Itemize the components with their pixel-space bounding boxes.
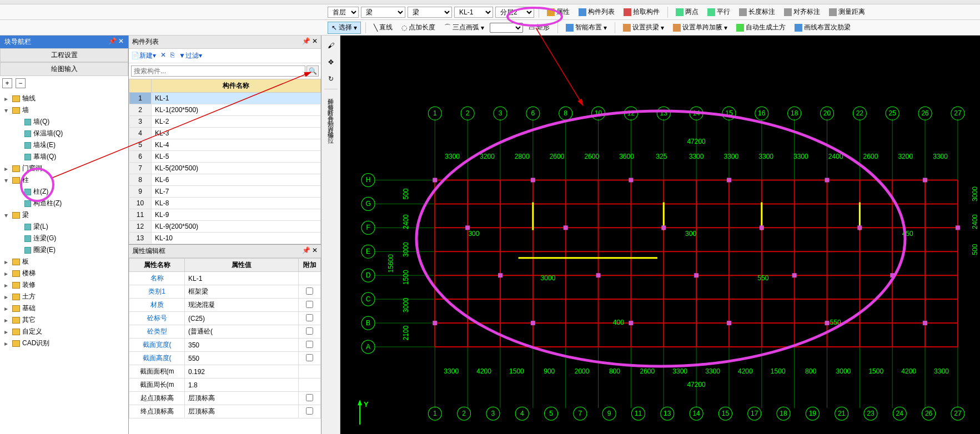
property-row[interactable]: 起点顶标高层顶标高: [129, 392, 321, 405]
tree-item[interactable]: ▸CAD识别: [2, 337, 126, 349]
svg-text:2400: 2400: [828, 153, 843, 160]
table-row[interactable]: 7KL-5(200*500): [129, 163, 321, 174]
tree-item[interactable]: ▾柱: [2, 174, 126, 186]
align-tool[interactable]: 对齐: [326, 120, 335, 123]
property-row[interactable]: 截面周长(m1.8: [129, 379, 321, 392]
svg-rect-153: [629, 321, 633, 325]
tree-item[interactable]: 构造柱(Z): [2, 198, 126, 209]
tree-item[interactable]: ▸基础: [2, 302, 126, 314]
tree-item[interactable]: 梁(L): [2, 221, 126, 233]
tree-item[interactable]: ▸板: [2, 256, 126, 268]
category-select-1[interactable]: 梁: [361, 7, 405, 18]
tree-item[interactable]: 圈梁(E): [2, 244, 126, 256]
property-row[interactable]: 名称KL-1: [129, 272, 321, 285]
tree-item[interactable]: ▸土方: [2, 291, 126, 302]
nav-section-project[interactable]: 工程设置: [0, 48, 128, 62]
layer-select[interactable]: 分层2: [495, 7, 534, 18]
stretch-tool[interactable]: 拉: [326, 132, 335, 134]
table-row[interactable]: 1KL-1: [129, 93, 321, 104]
table-row[interactable]: 3KL-2: [129, 116, 321, 128]
offset-tool[interactable]: 偏移: [326, 126, 335, 128]
align-dim-button[interactable]: 对齐标注: [781, 6, 823, 18]
rotate-tool[interactable]: ↻: [324, 72, 338, 85]
tree-item[interactable]: 墙垛(E): [2, 139, 126, 151]
table-row[interactable]: 2KL-1(200*500): [129, 104, 321, 116]
property-row[interactable]: 截面高度(550: [129, 352, 321, 365]
copy-button[interactable]: ⎘: [170, 51, 174, 60]
collapse-button[interactable]: +: [2, 78, 12, 88]
tree-item[interactable]: ▸轴线: [2, 93, 126, 104]
property-row[interactable]: 截面宽度(350: [129, 339, 321, 352]
delete-button[interactable]: ✕: [160, 51, 166, 60]
tree-item[interactable]: ▾梁: [2, 209, 126, 221]
point-length-button[interactable]: ◌点加长度: [398, 22, 439, 34]
table-row[interactable]: 5KL-4: [129, 139, 321, 151]
tree-item[interactable]: ▸楼梯: [2, 268, 126, 279]
length-dim-button[interactable]: 长度标注: [736, 6, 778, 18]
category-select-2[interactable]: 梁: [408, 7, 452, 18]
pick-component-button[interactable]: 拾取构件: [620, 6, 663, 18]
tree-item[interactable]: 幕墙(Q): [2, 151, 126, 163]
property-row[interactable]: 砼标号(C25): [129, 312, 321, 325]
expand-icon: ▾: [4, 211, 10, 219]
parallel-button[interactable]: 平行: [704, 6, 733, 18]
tree-item[interactable]: ▾墙: [2, 104, 126, 116]
merge-tool[interactable]: 合并: [326, 109, 335, 112]
tree-item[interactable]: ▸其它: [2, 314, 126, 326]
trim-tool[interactable]: 修剪: [326, 98, 335, 100]
table-row[interactable]: 9KL-7: [129, 186, 321, 198]
extend-tool[interactable]: 延伸: [326, 93, 335, 95]
pin-icon[interactable]: 📌 ✕: [302, 37, 318, 47]
folder-icon: [12, 259, 20, 265]
two-points-button[interactable]: 两点: [672, 6, 702, 18]
smart-layout-button[interactable]: 智能布置 ▾: [562, 22, 610, 34]
break-tool[interactable]: 打断: [326, 104, 335, 106]
search-input[interactable]: [131, 65, 305, 77]
property-row[interactable]: 终点顶标高层顶标高: [129, 405, 321, 418]
property-row[interactable]: 材质现浇混凝: [129, 299, 321, 312]
split-tool[interactable]: 分割: [326, 115, 335, 117]
pin-icon[interactable]: 📌 ✕: [108, 37, 124, 47]
tree-item[interactable]: ▸自定义: [2, 326, 126, 337]
tree-item[interactable]: 连梁(G): [2, 233, 126, 244]
tree-item[interactable]: 柱(Z): [2, 186, 126, 198]
arc-mode-select[interactable]: [490, 23, 523, 33]
auto-earthwork-button[interactable]: 自动生成土方: [733, 22, 789, 34]
properties-button[interactable]: 属性: [544, 6, 573, 18]
svg-text:21: 21: [838, 410, 846, 417]
floor-select[interactable]: 首层: [328, 7, 359, 18]
component-list-button[interactable]: 构件列表: [575, 6, 618, 18]
tree-item[interactable]: ▸门窗洞: [2, 163, 126, 174]
drawing-canvas[interactable]: 1236810121314151618202225262712345791113…: [340, 36, 980, 434]
property-row[interactable]: 类别1框架梁: [129, 285, 321, 299]
property-row[interactable]: 截面面积(m0.192: [129, 365, 321, 379]
search-button[interactable]: 🔍: [306, 65, 319, 77]
filter-button[interactable]: ▼过滤▾: [179, 51, 202, 60]
component-select[interactable]: KL-1: [454, 7, 493, 18]
measure-button[interactable]: 测量距离: [826, 6, 868, 18]
select-button[interactable]: ↖选择 ▾: [328, 22, 361, 34]
secondary-rib-button[interactable]: 画线布置次肋梁: [791, 22, 854, 34]
tree-item[interactable]: 保温墙(Q): [2, 128, 126, 139]
expand-button[interactable]: −: [16, 78, 26, 88]
new-button[interactable]: 📄新建▾: [131, 51, 156, 60]
arc-button[interactable]: ⌒三点画弧 ▾: [441, 22, 488, 34]
table-row[interactable]: 12KL-9(200*500): [129, 221, 321, 233]
nav-section-draw[interactable]: 绘图输入: [0, 62, 128, 76]
move-tool[interactable]: ✥: [324, 55, 338, 69]
table-row[interactable]: 11KL-9: [129, 209, 321, 221]
table-row[interactable]: 8KL-6: [129, 174, 321, 186]
tree-item[interactable]: ▸装修: [2, 279, 126, 291]
table-row[interactable]: 4KL-3: [129, 128, 321, 139]
pin-icon[interactable]: 📌 ✕: [302, 246, 318, 256]
table-row[interactable]: 13KL-10: [129, 233, 321, 244]
table-row[interactable]: 6KL-5: [129, 151, 321, 163]
property-row[interactable]: 砼类型(普通砼(: [129, 325, 321, 339]
set-haunch-button[interactable]: 设置单跨加腋 ▾: [670, 22, 731, 34]
table-row[interactable]: 10KL-8: [129, 198, 321, 209]
brush-tool[interactable]: 🖌: [324, 39, 338, 52]
tree-item[interactable]: 墙(Q): [2, 116, 126, 128]
set-arch-beam-button[interactable]: 设置拱梁 ▾: [620, 22, 667, 34]
rect-button[interactable]: ▭矩形: [525, 22, 553, 34]
line-button[interactable]: ╲直线: [370, 22, 396, 34]
